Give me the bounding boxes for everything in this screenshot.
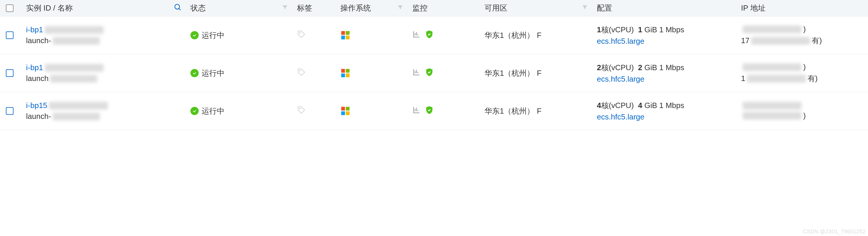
status-running-icon [190, 69, 199, 77]
svg-point-12 [300, 108, 301, 109]
config-summary: 1核(vCPU) 1 GiB 1 Mbps [597, 25, 684, 35]
os-windows-icon [340, 68, 350, 78]
row-checkbox[interactable] [6, 69, 13, 77]
zone-suffix: F [537, 31, 541, 40]
tag-icon[interactable] [297, 106, 306, 117]
redacted [743, 26, 801, 33]
zone-name: 华东1（杭州） [485, 68, 534, 78]
zone-suffix: F [537, 107, 541, 116]
instance-type-link[interactable]: ecs.hfc5.large [597, 112, 684, 121]
ip-private-suffix: 有) [808, 73, 818, 84]
header-ip: IP 地址 [741, 3, 765, 13]
header-zone: 可用区 [485, 3, 507, 13]
ip-private-prefix: 1 [741, 74, 745, 83]
status-text: 运行中 [202, 30, 224, 40]
instance-name: launch- [26, 112, 51, 121]
config-summary: 2核(vCPU) 2 GiB 1 Mbps [597, 62, 684, 73]
status-badge: 运行中 [190, 30, 224, 40]
row-checkbox[interactable] [6, 31, 13, 39]
svg-point-7 [300, 70, 301, 71]
redacted [743, 102, 801, 110]
status-text: 运行中 [202, 106, 224, 116]
redacted [743, 112, 801, 119]
svg-point-0 [175, 4, 179, 9]
instance-name: launch [26, 74, 49, 83]
redacted [747, 75, 806, 83]
select-all-checkbox[interactable] [6, 4, 13, 12]
svg-rect-14 [346, 107, 349, 111]
svg-rect-6 [346, 35, 349, 39]
svg-point-2 [300, 32, 301, 33]
table-header: 实例 ID / 名称 状态 标签 操作系统 监控 可用区 [0, 0, 868, 17]
os-windows-icon [340, 30, 350, 40]
zone-name: 华东1（杭州） [485, 106, 534, 116]
security-shield-icon[interactable] [425, 30, 434, 41]
monitor-chart-icon[interactable] [412, 106, 421, 116]
redacted [743, 63, 801, 71]
redacted [751, 37, 810, 45]
header-status: 状态 [190, 3, 206, 13]
ip-public-suffix: ) [803, 25, 806, 34]
status-text: 运行中 [202, 68, 224, 78]
svg-rect-9 [346, 69, 349, 73]
status-badge: 运行中 [190, 68, 224, 78]
table-row: i-bp1 launch- 运行中 [0, 17, 868, 54]
row-checkbox[interactable] [6, 107, 13, 115]
status-badge: 运行中 [190, 106, 224, 116]
search-icon[interactable] [174, 3, 182, 13]
header-monitor: 监控 [412, 3, 428, 13]
svg-rect-16 [346, 111, 349, 115]
config-summary: 4核(vCPU) 4 GiB 1 Mbps [597, 100, 684, 111]
table-row: i-bp15 launch- 运行中 [0, 92, 868, 130]
instance-name: launch- [26, 36, 51, 45]
filter-icon[interactable] [397, 3, 403, 12]
ip-private-suffix: 有) [812, 35, 822, 46]
svg-rect-3 [341, 31, 345, 35]
header-id: 实例 ID / 名称 [26, 3, 73, 13]
redacted [49, 102, 108, 110]
zone-suffix: F [537, 69, 541, 78]
instance-type-link[interactable]: ecs.hfc5.large [597, 75, 684, 84]
monitor-chart-icon[interactable] [412, 30, 421, 40]
ip-private-prefix: 17 [741, 36, 749, 45]
instance-type-link[interactable]: ecs.hfc5.large [597, 37, 684, 46]
svg-rect-13 [341, 107, 345, 111]
redacted [50, 75, 97, 83]
svg-rect-8 [341, 69, 345, 73]
svg-line-1 [179, 8, 181, 10]
ip-private-suffix: ) [803, 111, 806, 120]
instance-table: 实例 ID / 名称 状态 标签 操作系统 监控 可用区 [0, 0, 868, 130]
security-shield-icon[interactable] [425, 67, 434, 79]
zone-name: 华东1（杭州） [485, 30, 534, 40]
monitor-chart-icon[interactable] [412, 68, 421, 78]
status-running-icon [190, 107, 199, 115]
instance-id-link[interactable]: i-bp1 [26, 63, 43, 72]
filter-icon[interactable] [282, 3, 288, 12]
svg-rect-11 [346, 73, 349, 77]
security-shield-icon[interactable] [425, 106, 434, 117]
filter-icon[interactable] [582, 3, 588, 12]
svg-rect-5 [341, 35, 345, 39]
instance-id-link[interactable]: i-bp1 [26, 25, 43, 34]
header-os: 操作系统 [340, 3, 371, 13]
tag-icon[interactable] [297, 68, 306, 79]
tag-icon[interactable] [297, 30, 306, 41]
svg-rect-15 [341, 111, 345, 115]
os-windows-icon [340, 106, 350, 116]
ip-public-suffix: ) [803, 62, 806, 71]
instance-id-link[interactable]: i-bp15 [26, 101, 47, 110]
redacted [53, 37, 100, 45]
redacted [45, 26, 103, 34]
header-tag: 标签 [297, 3, 312, 13]
table-row: i-bp1 launch 运行中 [0, 54, 868, 92]
svg-rect-10 [341, 73, 345, 77]
header-config: 配置 [597, 3, 612, 13]
redacted [45, 64, 103, 71]
status-running-icon [190, 31, 199, 39]
svg-rect-4 [346, 31, 349, 35]
redacted [53, 113, 100, 120]
